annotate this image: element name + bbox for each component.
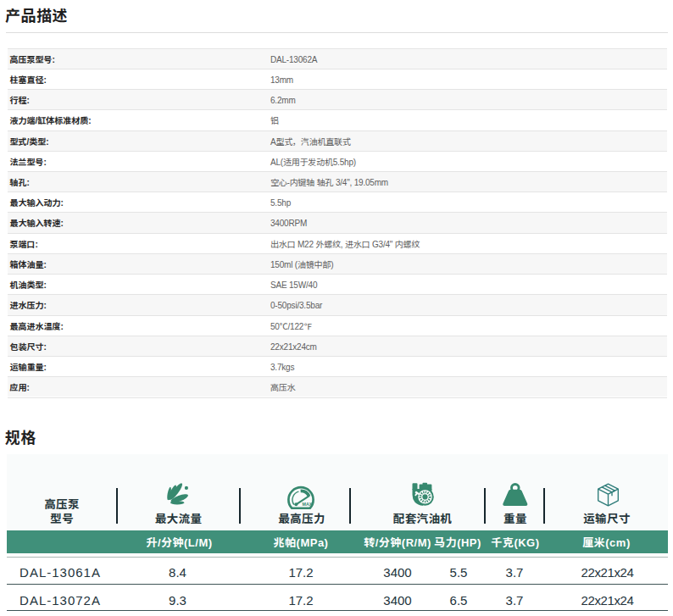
svg-text:MAX: MAX	[303, 502, 313, 507]
